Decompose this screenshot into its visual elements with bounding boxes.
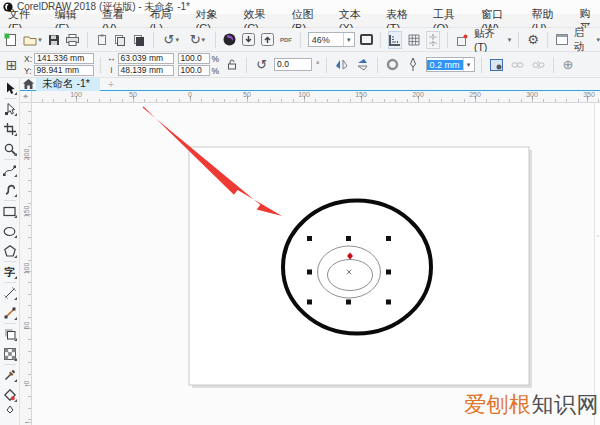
- object-position-icon: ⊞: [3, 56, 20, 74]
- zoom-tool[interactable]: [1, 139, 19, 159]
- show-guidelines-toggle[interactable]: [426, 31, 440, 49]
- ruler-origin-button[interactable]: ⌖: [20, 91, 32, 103]
- horizontal-ruler[interactable]: 100 50 0 50 100 150 200 250 300 350: [32, 91, 600, 103]
- text-tool[interactable]: 字: [1, 262, 19, 282]
- mirror-vertical-button[interactable]: [354, 56, 371, 74]
- zoom-level-value[interactable]: 46%: [309, 35, 343, 45]
- hruler-label: 350: [583, 91, 595, 98]
- new-tab-button[interactable]: +: [108, 78, 114, 90]
- home-icon[interactable]: [20, 78, 36, 90]
- publish-pdf-button[interactable]: PDF: [279, 31, 293, 49]
- undo-dropdown-arrow[interactable]: ▾: [176, 36, 180, 44]
- open-dropdown-arrow[interactable]: ▾: [38, 36, 42, 44]
- shape-tool[interactable]: [1, 99, 19, 119]
- drop-shadow-tool[interactable]: [1, 324, 19, 344]
- page: [189, 147, 532, 388]
- lock-ratio-icon[interactable]: [223, 56, 240, 74]
- interactive-fill-tool[interactable]: [1, 385, 19, 405]
- height-icon: Ｉ: [107, 65, 116, 77]
- freehand-tool[interactable]: [1, 160, 19, 180]
- search-content-button[interactable]: [223, 31, 237, 49]
- artistic-media-tool[interactable]: [1, 180, 19, 200]
- hruler-label: 100: [70, 91, 82, 98]
- menu-bar: 文件(F) 编辑(E) 查看(V) 布局(L) 对象(C) 效果(C) 位图(B…: [0, 14, 600, 28]
- hruler-label: 0: [188, 91, 192, 98]
- snap-icon: [455, 31, 469, 49]
- zoom-dropdown-arrow[interactable]: ▾: [343, 33, 354, 46]
- open-button[interactable]: ▾: [23, 31, 42, 49]
- hruler-label: 250: [469, 91, 481, 98]
- outline-width-dropdown[interactable]: ▾: [463, 58, 474, 71]
- docker-collapse-icon[interactable]: ◦: [597, 232, 599, 239]
- ellipse-tool[interactable]: [1, 221, 19, 241]
- cut-button[interactable]: [95, 31, 109, 49]
- object-width-field[interactable]: 63.039 mm: [118, 53, 174, 64]
- drawing-canvas[interactable]: [32, 103, 600, 425]
- new-document-button[interactable]: [4, 31, 18, 49]
- transparency-tool[interactable]: [1, 344, 19, 364]
- standard-toolbar: ▾ ↺▾ ↻▾ PDF 46% ▾: [0, 28, 600, 52]
- undo-button[interactable]: ↺▾: [161, 31, 182, 49]
- outline-tool-partial[interactable]: [1, 405, 19, 415]
- import-button[interactable]: [242, 31, 256, 49]
- options-gear-icon[interactable]: ⚙: [526, 31, 540, 49]
- mirror-horizontal-button[interactable]: [333, 56, 350, 74]
- polygon-tool[interactable]: [1, 241, 19, 261]
- watermark-part2: 知识网: [532, 392, 600, 417]
- redo-button[interactable]: ↻▾: [187, 31, 208, 49]
- redo-dropdown-arrow[interactable]: ▾: [202, 36, 206, 44]
- crop-tool[interactable]: [1, 119, 19, 139]
- add-preset-icon[interactable]: ⊕: [560, 56, 577, 74]
- vruler-label: 0: [23, 377, 30, 389]
- rotation-field[interactable]: 0.0: [274, 58, 312, 71]
- percent-v: %: [212, 66, 220, 76]
- vruler-label: 100: [23, 263, 30, 275]
- unlink-icon[interactable]: [530, 56, 547, 74]
- degree-label: °: [316, 60, 319, 70]
- wrap-text-icon[interactable]: [384, 56, 401, 74]
- outline-width-value[interactable]: 0.2 mm: [427, 60, 463, 70]
- object-x-field[interactable]: 141.336 mm: [34, 53, 94, 64]
- dimension-tool[interactable]: [1, 283, 19, 303]
- outline-pen-icon: [405, 56, 422, 74]
- hruler-label: 150: [355, 91, 367, 98]
- paste-button[interactable]: [132, 31, 146, 49]
- watermark: 爱刨根知识网: [464, 390, 599, 420]
- docker-edge: [594, 103, 600, 425]
- show-grid-toggle[interactable]: [407, 31, 421, 49]
- outline-width-combo[interactable]: 0.2 mm ▾: [426, 57, 475, 72]
- hruler-label: 200: [412, 91, 424, 98]
- quick-customize-icon[interactable]: [488, 56, 505, 74]
- launch-dropdown-arrow[interactable]: ▾: [597, 36, 600, 44]
- hruler-label: 50: [129, 91, 137, 98]
- document-tab-bar: 未命名 -1* +: [20, 78, 600, 91]
- export-button[interactable]: [260, 31, 274, 49]
- hruler-label: 300: [526, 91, 538, 98]
- tab-untitled-document[interactable]: 未命名 -1*: [36, 78, 100, 91]
- snap-dropdown-arrow[interactable]: ▾: [508, 36, 512, 44]
- object-y-field[interactable]: 98.941 mm: [34, 65, 94, 76]
- link-icon[interactable]: [509, 56, 526, 74]
- snap-to-label[interactable]: 贴齐(T): [474, 27, 502, 53]
- copy-button[interactable]: [113, 31, 127, 49]
- vertical-ruler[interactable]: 200 150 100 50 0: [20, 103, 32, 425]
- print-button[interactable]: [66, 31, 80, 49]
- connector-tool[interactable]: [1, 303, 19, 323]
- zoom-level-combo[interactable]: 46% ▾: [308, 32, 355, 47]
- save-button[interactable]: [47, 31, 61, 49]
- launch-label[interactable]: 启动: [574, 26, 591, 54]
- pick-tool[interactable]: [1, 78, 19, 98]
- x-label: X:: [24, 54, 32, 64]
- vruler-label: 50: [23, 320, 30, 332]
- scale-v-field[interactable]: 100.0: [178, 65, 210, 76]
- show-rulers-toggle[interactable]: [388, 31, 402, 49]
- color-eyedropper-tool[interactable]: [1, 365, 19, 385]
- scale-h-field[interactable]: 100.0: [178, 53, 210, 64]
- y-label: Y:: [24, 66, 32, 76]
- rectangle-tool[interactable]: [1, 201, 19, 221]
- welcome-screen-icon[interactable]: [555, 31, 569, 49]
- toolbox: 字: [0, 78, 20, 425]
- vruler-label: 150: [23, 206, 30, 218]
- fullscreen-preview-button[interactable]: [360, 31, 374, 49]
- object-height-field[interactable]: 48.139 mm: [118, 65, 174, 76]
